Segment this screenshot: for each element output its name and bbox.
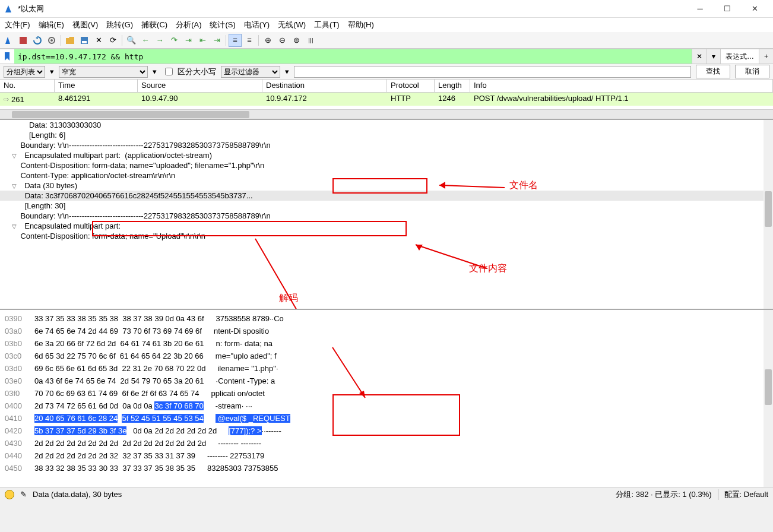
menu-phone[interactable]: 电话(Y) <box>244 20 270 30</box>
detail-line[interactable]: Boundary: \r\n--------------------------… <box>0 211 773 221</box>
detail-line[interactable]: Content-Disposition: form-data; name="up… <box>0 160 773 170</box>
h-scrollbar[interactable] <box>0 109 773 119</box>
maximize-button[interactable]: ☐ <box>714 0 741 18</box>
reload-icon[interactable]: ⟳ <box>106 34 119 47</box>
tree-expand[interactable]: ▽ Encapsulated multipart part: (applicat… <box>0 150 773 160</box>
minimize-button[interactable]: ─ <box>686 0 714 18</box>
col-len[interactable]: Length <box>435 80 470 92</box>
menu-goto[interactable]: 跳转(G) <box>106 20 133 30</box>
add-filter-button[interactable]: + <box>759 49 773 64</box>
zoom-reset-icon[interactable]: ⊜ <box>290 34 303 47</box>
goto-pkt-icon[interactable]: ⇥ <box>182 34 195 47</box>
find-icon[interactable]: 🔍 <box>125 34 138 47</box>
svg-line-8 <box>332 347 365 398</box>
col-no[interactable]: No. <box>0 80 55 92</box>
hex-row[interactable]: 03b06e 3a 20 66 6f 72 6d 2d 64 61 74 61 … <box>5 337 768 350</box>
hex-pane[interactable]: 039033 37 35 33 38 35 35 38 38 37 38 39 … <box>0 309 773 487</box>
autoscroll-icon[interactable]: ≡ <box>229 34 242 47</box>
hex-row[interactable]: 03d069 6c 65 6e 61 6d 65 3d 22 31 2e 70 … <box>5 362 768 375</box>
hex-row[interactable]: 03c06d 65 3d 22 75 70 6c 6f 61 64 65 64 … <box>5 350 768 362</box>
detail-line[interactable]: Data: 313030303030 <box>0 120 773 130</box>
group-select[interactable]: 分组列表 <box>4 66 45 78</box>
menu-analyze[interactable]: 分析(A) <box>176 20 201 30</box>
search-input[interactable] <box>294 66 691 78</box>
zoom-out-icon[interactable]: ⊖ <box>275 34 289 47</box>
menu-capture[interactable]: 捕获(C) <box>141 20 167 30</box>
hex-row[interactable]: 03e00a 43 6f 6e 74 65 6e 74 2d 54 79 70 … <box>5 375 768 387</box>
menu-stats[interactable]: 统计(S) <box>210 20 235 30</box>
hex-row[interactable]: 045038 33 32 38 35 33 30 33 37 33 37 35 … <box>5 462 768 474</box>
next-icon[interactable]: → <box>153 34 166 47</box>
col-source[interactable]: Source <box>138 80 262 92</box>
v-scrollbar[interactable] <box>764 310 773 487</box>
find-button[interactable]: 查找 <box>696 65 730 78</box>
menu-view[interactable]: 视图(V) <box>72 20 98 30</box>
arrow-icon <box>330 344 377 404</box>
annotation-box <box>332 178 427 194</box>
arrow-icon <box>433 179 511 197</box>
search-bar: 分组列表 ▾ 窄宽 ▾ 区分大小写 显示过滤器 ▾ 查找 取消 <box>0 64 773 80</box>
status-field: Data (data.data), 30 bytes <box>33 490 122 499</box>
display-filter-input[interactable] <box>14 49 692 64</box>
svg-line-5 <box>439 185 505 188</box>
colorize-icon[interactable]: ≡ <box>243 34 256 47</box>
col-dest[interactable]: Destination <box>262 80 387 92</box>
expert-info-icon[interactable] <box>5 490 14 499</box>
case-label: 区分大小写 <box>178 66 216 77</box>
hex-row[interactable]: 04402d 2d 2d 2d 2d 2d 2d 32 32 37 35 33 … <box>5 449 768 462</box>
v-scrollbar[interactable] <box>764 120 773 309</box>
hex-row[interactable]: 04302d 2d 2d 2d 2d 2d 2d 2d 2d 2d 2d 2d … <box>5 437 768 449</box>
options-icon[interactable] <box>45 34 58 47</box>
detail-line[interactable]: Boundary: \r\n--------------------------… <box>0 140 773 150</box>
filter-bar: ✕ ▾ 表达式… + <box>0 49 773 64</box>
svg-line-6 <box>416 245 487 268</box>
titlebar: *以太网 ─ ☐ ✕ <box>0 0 773 18</box>
expression-button[interactable]: 表达式… <box>720 49 759 64</box>
prev-icon[interactable]: ← <box>139 34 152 47</box>
first-icon[interactable]: ⇤ <box>196 34 209 47</box>
menu-file[interactable]: 文件(F) <box>5 20 30 30</box>
packet-detail-pane[interactable]: Data: 313030303030 [Length: 6] Boundary:… <box>0 119 773 309</box>
cancel-button[interactable]: 取消 <box>735 65 769 78</box>
width-select[interactable]: 窄宽 <box>59 66 148 78</box>
resize-cols-icon[interactable]: ⫼ <box>304 34 317 47</box>
app-icon <box>5 4 14 14</box>
hex-row[interactable]: 039033 37 35 33 38 35 35 38 38 37 38 39 … <box>5 312 768 325</box>
packet-list: No. Time Source Destination Protocol Len… <box>0 80 773 119</box>
col-proto[interactable]: Protocol <box>387 80 435 92</box>
col-time[interactable]: Time <box>55 80 138 92</box>
close-file-icon[interactable]: ✕ <box>92 34 105 47</box>
clear-filter-icon[interactable]: ✕ <box>692 49 706 64</box>
detail-line[interactable]: [Length: 6] <box>0 130 773 140</box>
packet-list-header: No. Time Source Destination Protocol Len… <box>0 80 773 93</box>
bookmark-icon[interactable] <box>0 52 14 61</box>
menubar: 文件(F) 编辑(E) 视图(V) 跳转(G) 捕获(C) 分析(A) 统计(S… <box>0 18 773 32</box>
hex-row[interactable]: 03a06e 74 65 6e 74 2d 44 69 73 70 6f 73 … <box>5 325 768 337</box>
showfilter-select[interactable]: 显示过滤器 <box>221 66 280 78</box>
apply-filter-icon[interactable]: ▾ <box>706 49 720 64</box>
col-info[interactable]: Info <box>470 80 773 92</box>
start-capture-icon[interactable] <box>2 34 15 47</box>
window-title: *以太网 <box>18 4 686 14</box>
zoom-in-icon[interactable]: ⊕ <box>261 34 274 47</box>
detail-line[interactable]: [Length: 30] <box>0 201 773 211</box>
last-icon[interactable]: ⇥ <box>210 34 223 47</box>
status-profile[interactable]: 配置: Default <box>718 489 768 500</box>
case-checkbox[interactable] <box>165 68 173 75</box>
menu-help[interactable]: 帮助(H) <box>348 20 374 30</box>
status-packets: 分组: 382 · 已显示: 1 (0.3%) <box>616 489 711 500</box>
menu-wireless[interactable]: 无线(W) <box>278 20 306 30</box>
toolbar: ✕ ⟳ 🔍 ← → ↷ ⇥ ⇤ ⇥ ≡ ≡ ⊕ ⊖ ⊜ ⫼ <box>0 32 773 49</box>
save-icon[interactable] <box>78 34 91 47</box>
edit-icon[interactable]: ✎ <box>20 490 27 499</box>
svg-line-7 <box>255 239 350 309</box>
packet-row[interactable]: ⇨261 8.461291 10.9.47.90 10.9.47.172 HTT… <box>0 93 773 106</box>
open-icon[interactable] <box>64 34 77 47</box>
stop-capture-icon[interactable] <box>17 34 30 47</box>
menu-edit[interactable]: 编辑(E) <box>39 20 64 30</box>
jump-icon[interactable]: ↷ <box>167 34 180 47</box>
arrow-icon <box>249 236 368 309</box>
menu-tools[interactable]: 工具(T) <box>314 20 340 30</box>
close-button[interactable]: ✕ <box>741 0 768 18</box>
restart-capture-icon[interactable] <box>31 34 44 47</box>
